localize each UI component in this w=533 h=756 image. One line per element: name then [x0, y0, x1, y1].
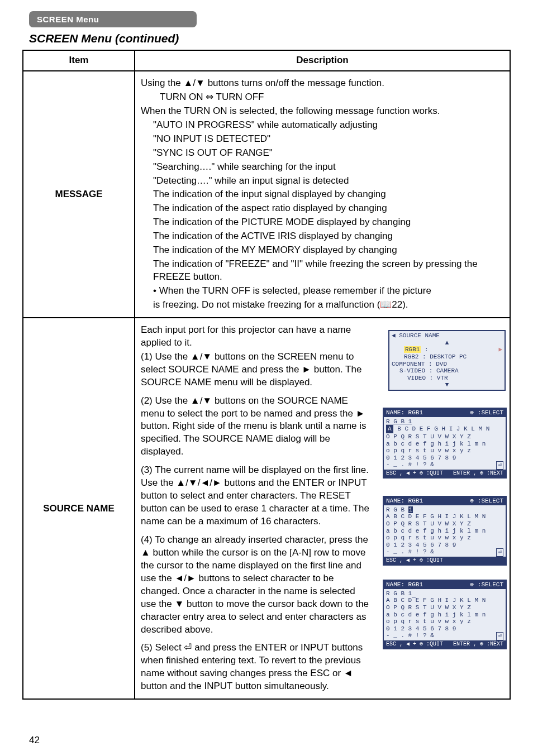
osd-row: 0 1 2 3 4 5 6 7 8 9 [386, 542, 503, 549]
osd-current-name: R G B 1 [386, 506, 503, 514]
osd-row: o p q r s t u v w x y z [386, 447, 503, 454]
t: Using the ▲/▼ buttons turns on/off the m… [141, 77, 504, 90]
osd-header-select: ⊕ :SELECT [470, 409, 503, 417]
osd-row: a b c d e f g h i j k l m n [386, 441, 503, 448]
t: "AUTO IN PROGRESS" while automatically a… [141, 119, 504, 132]
enter-icon: ⏎ [496, 632, 503, 640]
osd-header-name: NAME: RGB1 [386, 581, 423, 588]
t: Each input port for this projector can h… [141, 324, 370, 350]
t: (5) Select ⏎ and press the ENTER or INPU… [141, 642, 370, 693]
t: (2) Use the ▲/▼ buttons on the SOURCE NA… [141, 395, 370, 459]
t: The indication of the PICTURE MODE displ… [141, 216, 504, 229]
osd-row: - _ . # ! ? & ⏎ [386, 548, 503, 556]
table-header-row: Item Description [23, 51, 510, 71]
osd-current-name: R G B 1 [386, 418, 503, 425]
t: When the TURN ON is selected, the follow… [141, 105, 504, 118]
osd-row: o p q r s t u v w x y z [386, 618, 503, 625]
osd-row: A B C D E F G H I J K L M N [386, 513, 503, 520]
osd-item: S-VIDEO : CAMERA [392, 367, 502, 375]
t: "SYNC IS OUT OF RANGE" [141, 147, 504, 160]
osd-item: RGB2 : DESKTOP PC [392, 353, 502, 361]
col-desc: Description [135, 51, 510, 70]
osd-title: ◀ SOURCE NAME [392, 332, 502, 339]
osd-row: O P Q R S T U V W X Y Z [386, 604, 503, 611]
osd-header-select: ⊕ :SELECT [470, 497, 503, 505]
col-item: Item [23, 51, 135, 70]
arrow-up-icon [445, 339, 449, 346]
osd-row: 0 1 2 3 4 5 6 7 8 9 [386, 625, 503, 633]
table-row-message: MESSAGE Using the ▲/▼ buttons turns on/o… [23, 71, 510, 318]
osd-row: o p q r s t u v w x y z [386, 534, 503, 542]
t: (1) Use the ▲/▼ buttons on the SCREEN me… [141, 351, 370, 389]
osd-header-select: ⊕ :SELECT [470, 581, 503, 588]
tab-screen-menu: SCREEN Menu [29, 11, 197, 27]
osd-footer-left: ESC , ◀ + ⊕ :QUIT [386, 641, 443, 648]
osd-item: COMPONENT : DVD [392, 361, 502, 368]
t: "Searching…." while searching for the in… [141, 161, 504, 174]
desc-message: Using the ▲/▼ buttons turns on/off the m… [135, 71, 510, 317]
osd-row: O P Q R S T U V W X Y Z [386, 520, 503, 528]
osd-header-name: NAME: RGB1 [386, 497, 423, 505]
t: The indication of the ACTIVE IRIS displa… [141, 230, 504, 243]
osd-row: O P Q R S T U V W X Y Z [386, 433, 503, 441]
osd-name-entry-2: NAME: RGB1 ⊕ :SELECT R G B 1 A B C D E F… [383, 496, 507, 566]
t: (4) To change an already inserted charac… [141, 534, 370, 637]
osd-row: AA B C D E F G H I J K L M N B C D E F G… [386, 425, 503, 433]
t: "NO INPUT IS DETECTED" [141, 133, 504, 146]
item-label-message: MESSAGE [23, 71, 135, 317]
osd-footer-left: ESC , ◀ + ⊕ :QUIT [386, 557, 443, 564]
t: The indication of the MY MEMORY displaye… [141, 244, 504, 257]
osd-row: 0 1 2 3 4 5 6 7 8 9 [386, 454, 503, 462]
t: • When the TURN OFF is selected, please … [141, 285, 504, 298]
page-number: 42 [29, 735, 40, 746]
osd-row: a b c d e f g h i j k l m n [386, 528, 503, 535]
t: The indication of the aspect ratio displ… [141, 202, 504, 215]
osd-name-entry-1: NAME: RGB1 ⊕ :SELECT R G B 1 AA B C D E … [383, 408, 507, 479]
t: TURN ON ⇔ TURN OFF [141, 91, 504, 104]
t: (3) The current name will be displayed o… [141, 464, 370, 528]
t: "Detecting…." while an input signal is d… [141, 175, 504, 188]
t: is freezing. Do not mistake freezing for… [141, 299, 504, 312]
osd-row: - _ . # ! ? & ⏎ [386, 632, 503, 639]
osd-row: - _ . # ! ? & ⏎ [386, 461, 503, 468]
osd-name-entry-3: NAME: RGB1 ⊕ :SELECT R G B 1 A B C D E F… [383, 580, 507, 649]
osd-header-name: NAME: RGB1 [386, 409, 423, 417]
osd-current-name: R G B 1 [386, 590, 503, 597]
osd-item: VIDEO : VTR [392, 375, 502, 382]
osd-footer-left: ESC , ◀ + ⊕ :QUIT [386, 470, 443, 477]
osd-row: A B C D E F G H I J K L M N [386, 597, 503, 604]
t: The indication of the input signal displ… [141, 188, 504, 201]
osd-footer-right: ENTER , ⊕ :NEXT [453, 470, 503, 477]
t: : [425, 346, 429, 353]
osd-char-highlight: A [386, 425, 393, 433]
osd-row: a b c d e f g h i j k l m n [386, 611, 503, 619]
osd-footer-right: ENTER , ⊕ :NEXT [453, 641, 503, 648]
enter-icon: ⏎ [496, 461, 503, 470]
t: The indication of "FREEZE" and "II" whil… [141, 258, 504, 284]
arrow-right-icon: ▶ [498, 346, 502, 353]
arrow-down-icon [445, 381, 449, 388]
page-title: SCREEN Menu (continued) [29, 32, 533, 45]
osd-source-name-menu: ◀ SOURCE NAME RGB1 : ▶ RGB2 : DESKTOP PC… [388, 330, 506, 391]
enter-icon: ⏎ [496, 548, 503, 557]
osd-item-rgb1: RGB1 [404, 346, 421, 353]
item-label-source-name: SOURCE NAME [23, 318, 135, 698]
